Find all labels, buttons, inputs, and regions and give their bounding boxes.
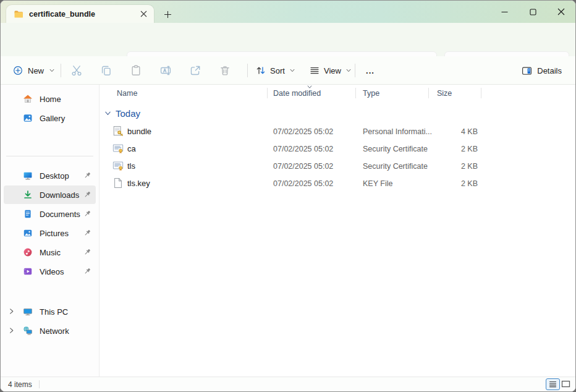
- ellipsis-icon: ...: [366, 66, 375, 75]
- gallery-icon: [23, 113, 33, 123]
- details-pane-icon: [522, 66, 532, 76]
- details-view-toggle[interactable]: [546, 378, 560, 390]
- status-bar: 4 items: [1, 377, 575, 391]
- sidebar-item-downloads[interactable]: Downloads: [4, 185, 96, 204]
- column-divider[interactable]: [267, 88, 268, 98]
- column-header-row: Name Date modified Type Size: [100, 85, 575, 101]
- sidebar-item-desktop[interactable]: Desktop: [4, 166, 96, 185]
- new-button[interactable]: New: [8, 60, 60, 81]
- chevron-right-icon[interactable]: [8, 327, 15, 334]
- view-button-label: View: [324, 66, 341, 75]
- cut-icon[interactable]: [67, 61, 87, 80]
- toolbar-divider: [247, 64, 248, 77]
- folder-icon: [14, 9, 23, 19]
- window-controls: [490, 1, 575, 23]
- file-date-modified: 07/02/2025 05:02: [273, 179, 333, 188]
- sidebar-item-label: Videos: [40, 267, 64, 276]
- status-divider: [39, 380, 40, 388]
- pin-icon: [83, 229, 91, 237]
- large-icons-view-toggle[interactable]: [559, 378, 573, 390]
- sidebar-item-label: Home: [40, 95, 61, 104]
- toolbar-divider: [355, 64, 355, 77]
- details-pane-label: Details: [537, 66, 562, 75]
- collapse-chevron-icon[interactable]: [104, 111, 111, 116]
- sidebar-item-gallery[interactable]: Gallery: [4, 109, 96, 127]
- sidebar-item-music[interactable]: Music: [4, 243, 96, 262]
- more-options-button[interactable]: ...: [361, 60, 379, 81]
- maximize-button[interactable]: [519, 1, 547, 23]
- sort-arrows-icon: [256, 66, 266, 75]
- videos-icon: [23, 266, 33, 276]
- chevron-down-icon: [345, 67, 352, 74]
- pin-icon: [83, 190, 91, 198]
- new-tab-button[interactable]: [160, 7, 175, 22]
- file-name: bundle: [127, 127, 151, 136]
- sidebar-item-videos[interactable]: Videos: [4, 262, 96, 281]
- sidebar-item-label: This PC: [40, 307, 68, 317]
- file-name: ca: [127, 144, 136, 153]
- file-row-ca[interactable]: ca 07/02/2025 05:02 Security Certificate…: [100, 140, 575, 157]
- group-header-today[interactable]: Today: [100, 106, 575, 122]
- sidebar-item-pictures[interactable]: Pictures: [4, 224, 96, 242]
- file-type: Security Certificate: [363, 145, 428, 153]
- column-header-type[interactable]: Type: [363, 89, 379, 98]
- file-type: KEY File: [363, 179, 392, 188]
- share-icon[interactable]: [185, 61, 205, 80]
- rename-icon[interactable]: [156, 61, 176, 80]
- sidebar-item-label: Music: [40, 248, 61, 257]
- view-button[interactable]: View: [305, 60, 357, 81]
- security-certificate-icon: [112, 160, 124, 171]
- pfx-certificate-icon: [112, 126, 124, 137]
- key-file-icon: [112, 177, 124, 189]
- file-size: 2 KB: [428, 145, 478, 153]
- tab-title: certificate_bundle: [29, 10, 137, 19]
- sidebar-item-network[interactable]: Network: [4, 322, 96, 340]
- sidebar-item-label: Network: [40, 326, 69, 336]
- pin-icon: [83, 210, 91, 218]
- sidebar-item-label: Downloads: [40, 190, 79, 200]
- sidebar-item-label: Desktop: [40, 171, 69, 181]
- file-date-modified: 07/02/2025 05:02: [273, 162, 333, 171]
- file-date-modified: 07/02/2025 05:02: [273, 127, 333, 136]
- file-row-tls-key[interactable]: tls.key 07/02/2025 05:02 KEY File 2 KB: [100, 174, 575, 192]
- delete-icon[interactable]: [215, 61, 235, 80]
- file-explorer-window: certificate_bundle: [0, 0, 576, 392]
- sidebar-divider: [6, 156, 93, 156]
- column-divider[interactable]: [428, 88, 429, 98]
- paste-icon[interactable]: [126, 61, 146, 80]
- close-button[interactable]: [547, 1, 575, 23]
- items-count: 4 items: [8, 380, 32, 389]
- column-divider[interactable]: [481, 88, 481, 98]
- column-header-date-modified[interactable]: Date modified: [273, 89, 321, 98]
- downloads-icon: [23, 190, 33, 200]
- file-size: 2 KB: [428, 179, 478, 188]
- new-button-label: New: [28, 66, 44, 75]
- minimize-button[interactable]: [490, 1, 519, 23]
- file-name: tls.key: [127, 179, 150, 188]
- command-toolbar: New: [1, 56, 575, 85]
- file-size: 2 KB: [428, 162, 478, 171]
- copy-icon[interactable]: [96, 61, 116, 80]
- sidebar-item-this-pc[interactable]: This PC: [4, 302, 96, 321]
- sort-button[interactable]: Sort: [251, 60, 300, 81]
- file-type: Security Certificate: [363, 162, 428, 171]
- circle-plus-icon: [13, 66, 23, 75]
- file-row-tls[interactable]: tls 07/02/2025 05:02 Security Certificat…: [100, 157, 575, 174]
- music-icon: [23, 247, 33, 257]
- details-pane-button[interactable]: Details: [517, 60, 567, 81]
- file-name: tls: [127, 161, 135, 171]
- file-row-bundle[interactable]: bundle 07/02/2025 05:02 Personal Informa…: [100, 122, 575, 140]
- file-type: Personal Informati...: [363, 127, 432, 136]
- column-divider[interactable]: [355, 88, 356, 98]
- explorer-tab[interactable]: certificate_bundle: [6, 5, 154, 23]
- column-header-name[interactable]: Name: [117, 89, 137, 98]
- chevron-right-icon[interactable]: [8, 308, 15, 315]
- pictures-icon: [23, 228, 33, 238]
- column-header-size[interactable]: Size: [437, 89, 452, 98]
- titlebar: certificate_bundle: [1, 1, 575, 23]
- sidebar-item-home[interactable]: Home: [4, 90, 96, 108]
- sidebar-item-label: Pictures: [40, 229, 69, 238]
- view-lines-icon: [310, 66, 320, 75]
- sidebar-item-documents[interactable]: Documents: [4, 205, 96, 223]
- tab-close-icon[interactable]: [137, 7, 150, 21]
